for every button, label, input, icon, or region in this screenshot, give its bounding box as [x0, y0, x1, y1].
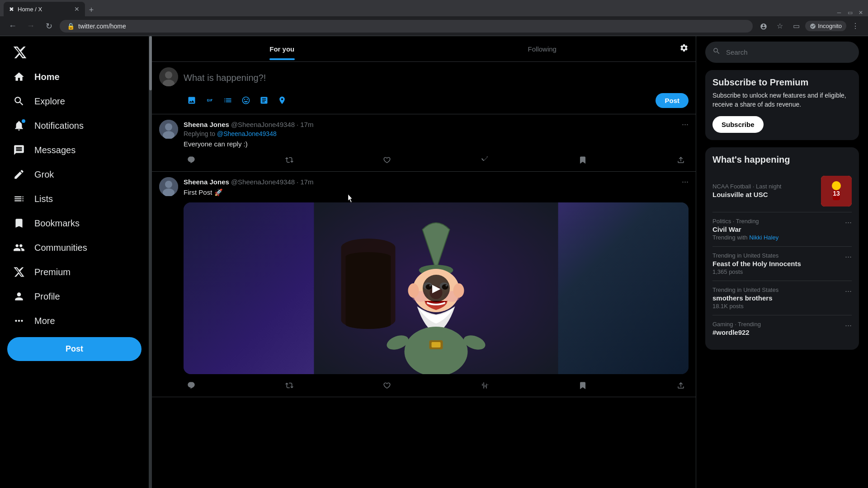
sidebar: Home Explore Notifications Messages	[0, 36, 149, 488]
new-tab-button[interactable]: +	[85, 4, 98, 16]
retweet-button[interactable]	[282, 380, 297, 391]
tweet-header: Sheena Jones @SheenaJone49348 · 17m ···	[184, 120, 689, 129]
profile-switcher-icon[interactable]: ▭	[789, 19, 803, 33]
search-box[interactable]	[705, 42, 859, 63]
reply-button[interactable]	[184, 380, 199, 391]
like-button[interactable]	[379, 154, 395, 166]
trend-header: Trending in United States smothers broth…	[712, 286, 852, 310]
home-icon	[13, 70, 25, 83]
list-item[interactable]: Politics · Trending Civil War Trending w…	[712, 212, 852, 247]
trend-more-button[interactable]: ···	[845, 218, 852, 227]
svg-point-32	[832, 181, 841, 190]
tweet-time: ·	[297, 121, 298, 128]
tweet-actions	[184, 154, 689, 166]
tweet-media[interactable]: ▶	[184, 202, 689, 374]
explore-icon	[13, 95, 25, 108]
trend-topic: #wordle922	[712, 328, 761, 336]
share-button[interactable]	[673, 380, 689, 391]
compose-placeholder[interactable]: What is happening?!	[184, 67, 689, 89]
location-tool[interactable]	[274, 92, 290, 108]
trend-sub-text: Trending with Nikki Haley	[712, 234, 778, 241]
tweet-reply-to: Replying to @SheenaJone49348	[184, 130, 689, 137]
trend-count: 1,365 posts	[712, 268, 801, 275]
trend-header: Politics · Trending Civil War Trending w…	[712, 218, 852, 241]
list-item[interactable]: Trending in United States Feast of the H…	[712, 247, 852, 281]
search-icon	[712, 47, 721, 57]
forward-button[interactable]: →	[24, 19, 38, 33]
list-item[interactable]: NCAA Football · Last night Louisville at…	[712, 170, 852, 212]
trend-link[interactable]: Nikki Haley	[749, 234, 778, 241]
feed-settings-button[interactable]	[672, 36, 696, 61]
url-text: twitter.com/home	[78, 23, 126, 30]
reload-button[interactable]: ↻	[42, 19, 56, 33]
compose-post-button[interactable]: Post	[656, 93, 689, 108]
bookmarks-icon	[13, 217, 25, 230]
sidebar-item-premium[interactable]: Premium	[7, 260, 142, 284]
x-logo[interactable]	[7, 40, 142, 63]
star-icon[interactable]: ☆	[773, 19, 787, 33]
media-tool[interactable]	[256, 92, 272, 108]
analytics-button[interactable]	[477, 154, 493, 166]
incognito-button[interactable]: Incognito	[805, 21, 846, 31]
tweet-handle: @SheenaJone49348	[231, 178, 295, 186]
menu-icon[interactable]: ⋮	[848, 19, 863, 33]
gif-tool[interactable]	[202, 92, 218, 108]
trend-more-button[interactable]: ···	[845, 286, 852, 296]
share-button[interactable]	[673, 154, 689, 166]
table-row[interactable]: Sheena Jones @SheenaJone49348 · 17m ··· …	[152, 172, 696, 397]
trend-more-button[interactable]: ···	[845, 252, 852, 262]
post-button[interactable]: Post	[7, 337, 142, 361]
list-item[interactable]: Gaming · Trending #wordle922 ···	[712, 315, 852, 343]
active-tab[interactable]: ✖ Home / X ✕	[4, 2, 85, 16]
compose-area: What is happening?!	[152, 62, 696, 114]
sidebar-item-profile[interactable]: Profile	[7, 285, 142, 308]
retweet-button[interactable]	[282, 154, 297, 166]
play-button[interactable]: ▶	[423, 275, 450, 302]
trend-text-area: NCAA Football · Last night Louisville at…	[712, 183, 816, 199]
trend-more-button[interactable]: ···	[845, 321, 852, 330]
close-button[interactable]: ✕	[857, 9, 864, 16]
sidebar-item-notifications[interactable]: Notifications	[7, 114, 142, 137]
address-bar[interactable]: 🔒 twitter.com/home	[60, 20, 753, 33]
trend-with-image: NCAA Football · Last night Louisville at…	[712, 176, 852, 206]
sidebar-item-lists[interactable]: Lists	[7, 187, 142, 211]
subscribe-button[interactable]: Subscribe	[712, 116, 764, 133]
tab-close-button[interactable]: ✕	[74, 5, 80, 13]
sidebar-item-grok[interactable]: Grok	[7, 163, 142, 186]
svg-text:13: 13	[833, 190, 840, 197]
sidebar-item-messages[interactable]: Messages	[7, 138, 142, 162]
browser-actions: ☆ ▭ Incognito ⋮	[756, 19, 863, 33]
bookmark-button[interactable]	[575, 154, 590, 166]
trend-category: Gaming · Trending	[712, 321, 761, 328]
list-item[interactable]: Trending in United States smothers broth…	[712, 281, 852, 315]
tweet-more-button[interactable]: ···	[682, 120, 689, 129]
back-button[interactable]: ←	[5, 19, 20, 33]
search-input[interactable]	[726, 48, 852, 56]
notifications-icon	[13, 119, 25, 132]
tab-for-you[interactable]: For you	[152, 38, 412, 60]
analytics-button[interactable]	[477, 380, 493, 391]
emoji-tool[interactable]	[238, 92, 254, 108]
sidebar-item-bookmarks[interactable]: Bookmarks	[7, 211, 142, 235]
list-tool[interactable]	[220, 92, 236, 108]
like-button[interactable]	[379, 380, 395, 391]
minimize-button[interactable]: ─	[835, 9, 843, 16]
avatar	[159, 120, 178, 139]
sidebar-item-communities[interactable]: Communities	[7, 236, 142, 259]
trend-text: Gaming · Trending #wordle922	[712, 321, 761, 337]
more-icon	[13, 314, 25, 327]
grok-icon	[13, 168, 25, 181]
sidebar-item-more[interactable]: More	[7, 309, 142, 333]
table-row[interactable]: Sheena Jones @SheenaJone49348 · 17m ··· …	[152, 114, 696, 172]
reply-handle[interactable]: @SheenaJone49348	[217, 130, 277, 137]
image-tool[interactable]	[184, 92, 200, 108]
tweet-more-button[interactable]: ···	[682, 177, 689, 187]
lock-icon: 🔒	[67, 23, 75, 30]
reply-button[interactable]	[184, 154, 199, 166]
tab-following[interactable]: Following	[412, 38, 673, 60]
bookmark-button[interactable]	[575, 380, 590, 391]
sidebar-item-explore[interactable]: Explore	[7, 89, 142, 113]
maximize-button[interactable]: ▭	[846, 9, 854, 16]
sidebar-item-home[interactable]: Home	[7, 65, 142, 89]
trend-count: 18.1K posts	[712, 303, 778, 310]
